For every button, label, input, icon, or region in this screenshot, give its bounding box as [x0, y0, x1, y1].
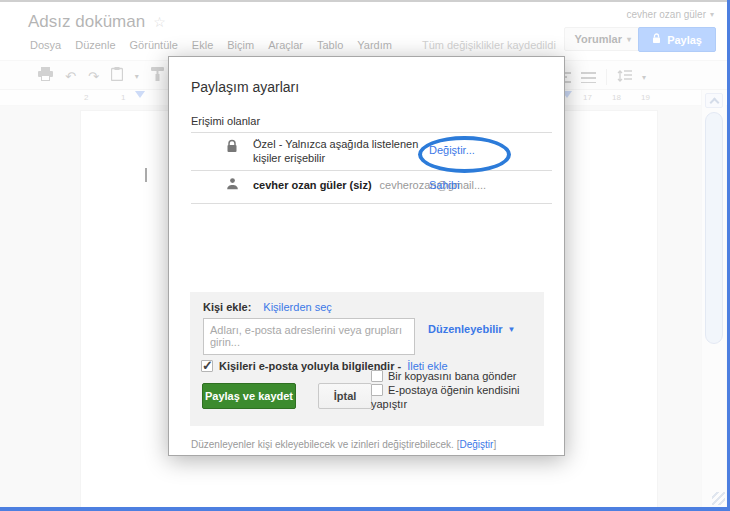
send-copy-checkbox[interactable] [371, 370, 383, 382]
window-border-bottom [0, 507, 730, 511]
email-options: Bir kopyasını bana gönder E-postaya öğen… [371, 369, 539, 411]
permission-label: Düzenleyebilir [428, 323, 503, 335]
divider [191, 132, 552, 133]
paste-item-option: E-postaya öğenin kendisini yapıştır [371, 383, 539, 411]
person-icon [226, 177, 239, 192]
owner-role-link[interactable]: Sahibi [429, 179, 460, 191]
dialog-footer: Düzenleyenler kişi ekleyebilecek ve izin… [191, 439, 496, 450]
bracket: ] [493, 439, 496, 450]
cancel-button[interactable]: İptal [318, 383, 372, 409]
add-people-row: Kişi ekle: Kişilerden seç [203, 301, 332, 313]
lock-icon [226, 139, 238, 156]
divider [191, 170, 552, 171]
footer-change-link[interactable]: Değiştir [459, 439, 493, 450]
notify-checkbox[interactable] [201, 360, 213, 372]
send-copy-option: Bir kopyasını bana gönder [371, 369, 539, 383]
paste-item-label: E-postaya öğenin kendisini yapıştır [371, 384, 519, 410]
paste-item-checkbox[interactable] [371, 384, 383, 396]
access-list-header: Erişimi olanlar [191, 115, 260, 127]
add-people-panel: Kişi ekle: Kişilerden seç Düzenleyebilir… [190, 292, 544, 426]
dialog-title: Paylaşım ayarları [191, 79, 299, 95]
annotation-circle [418, 136, 511, 173]
sharing-settings-dialog: Paylaşım ayarları Erişimi olanlar Özel -… [168, 56, 565, 456]
visibility-description: Özel - Yalnızca aşağıda listelenen kişil… [253, 137, 429, 165]
permission-dropdown[interactable]: Düzenleyebilir ▼ [428, 323, 516, 335]
add-people-label: Kişi ekle: [203, 301, 251, 313]
divider [191, 203, 552, 204]
owner-name: cevher ozan güler (siz) [253, 179, 372, 191]
choose-from-contacts-link[interactable]: Kişilerden seç [263, 301, 331, 313]
invite-people-input[interactable] [203, 318, 415, 355]
chevron-down-icon: ▼ [508, 325, 516, 334]
footer-text: Düzenleyenler kişi ekleyebilecek ve izin… [191, 439, 454, 450]
window-border-top [0, 0, 730, 2]
share-and-save-button[interactable]: Paylaş ve kaydet [202, 383, 296, 409]
send-copy-label: Bir kopyasını bana gönder [388, 370, 516, 382]
